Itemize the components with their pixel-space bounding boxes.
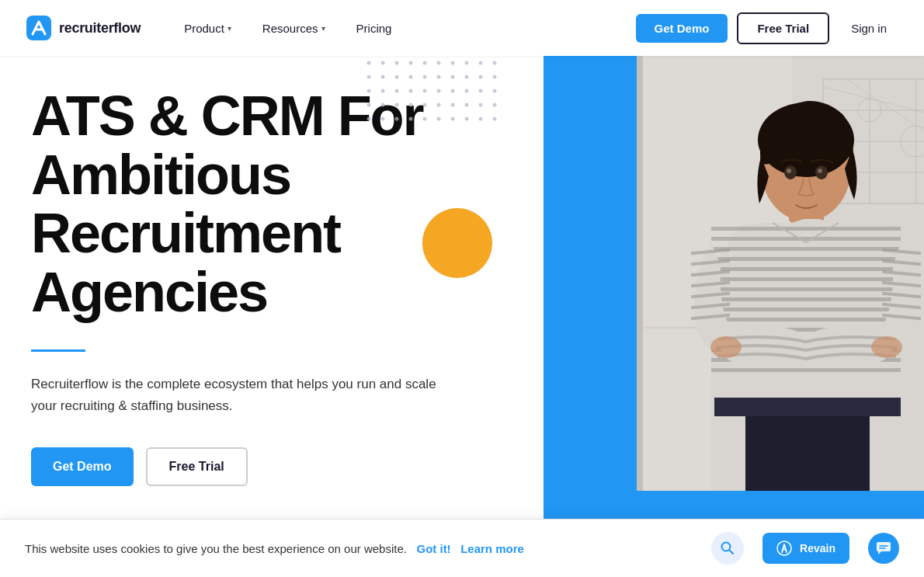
revain-logo-icon bbox=[776, 541, 792, 556]
hero-title: ATS & CRM For Ambitious Recruitment Agen… bbox=[31, 87, 450, 322]
svg-point-60 bbox=[777, 541, 791, 555]
learn-more-link[interactable]: Learn more bbox=[460, 542, 524, 555]
logo-text: recruiterflow bbox=[59, 20, 141, 36]
svg-point-24 bbox=[818, 169, 822, 173]
nav-pricing[interactable]: Pricing bbox=[344, 16, 405, 41]
search-icon-button[interactable] bbox=[711, 532, 744, 565]
svg-rect-32 bbox=[711, 297, 901, 301]
hero-divider bbox=[31, 349, 85, 352]
hero-get-demo-button[interactable]: Get Demo bbox=[31, 447, 134, 486]
svg-rect-0 bbox=[26, 16, 51, 40]
svg-rect-29 bbox=[711, 267, 901, 271]
svg-rect-34 bbox=[711, 318, 901, 322]
nav-product[interactable]: Product ▾ bbox=[172, 16, 244, 41]
chat-bubble-button[interactable] bbox=[868, 533, 899, 564]
hero-right bbox=[544, 56, 924, 577]
navigation: recruiterflow Product ▾ Resources ▾ Pric… bbox=[0, 0, 924, 56]
svg-rect-27 bbox=[711, 247, 901, 251]
search-icon bbox=[720, 541, 735, 556]
svg-rect-39 bbox=[711, 368, 901, 372]
hero-buttons: Get Demo Free Trial bbox=[31, 447, 450, 486]
hero-free-trial-button[interactable]: Free Trial bbox=[146, 447, 248, 486]
svg-rect-25 bbox=[711, 227, 901, 231]
chevron-down-icon: ▾ bbox=[321, 24, 325, 33]
hero-description: Recruiterflow is the complete ecosystem … bbox=[31, 374, 443, 415]
hero-section: ATS & CRM For Ambitious Recruitment Agen… bbox=[0, 0, 924, 577]
nav-sign-in-button[interactable]: Sign in bbox=[839, 14, 899, 43]
nav-links: Product ▾ Resources ▾ Pricing bbox=[172, 16, 635, 41]
svg-rect-57 bbox=[714, 398, 901, 416]
cookie-banner: This website uses cookies to give you th… bbox=[0, 519, 924, 577]
logo[interactable]: recruiterflow bbox=[25, 14, 141, 42]
svg-rect-26 bbox=[711, 237, 901, 241]
svg-rect-17 bbox=[637, 56, 643, 491]
hero-person-illustration bbox=[637, 56, 924, 491]
hero-left: ATS & CRM For Ambitious Recruitment Agen… bbox=[0, 56, 481, 577]
svg-rect-31 bbox=[711, 287, 901, 291]
svg-line-59 bbox=[730, 551, 734, 554]
got-it-link[interactable]: Got it! bbox=[416, 542, 450, 555]
svg-point-54 bbox=[710, 336, 742, 358]
revain-label: Revain bbox=[800, 542, 835, 554]
nav-free-trial-button[interactable]: Free Trial bbox=[737, 12, 829, 44]
svg-rect-56 bbox=[745, 413, 870, 491]
svg-point-55 bbox=[871, 336, 902, 358]
nav-get-demo-button[interactable]: Get Demo bbox=[636, 14, 728, 43]
cookie-message: This website uses cookies to give you th… bbox=[25, 542, 711, 555]
nav-actions: Get Demo Free Trial Sign in bbox=[636, 12, 899, 44]
svg-rect-30 bbox=[711, 277, 901, 281]
revain-widget[interactable]: Revain bbox=[762, 533, 849, 564]
logo-icon bbox=[25, 14, 53, 42]
hero-image bbox=[637, 56, 924, 577]
svg-point-23 bbox=[787, 169, 791, 173]
svg-rect-33 bbox=[711, 308, 901, 311]
chevron-down-icon: ▾ bbox=[228, 24, 231, 33]
cookie-actions: Revain bbox=[711, 532, 899, 565]
nav-resources[interactable]: Resources ▾ bbox=[250, 16, 338, 41]
orange-circle-decoration bbox=[422, 208, 492, 278]
svg-rect-28 bbox=[711, 257, 901, 261]
chat-icon bbox=[875, 540, 892, 557]
